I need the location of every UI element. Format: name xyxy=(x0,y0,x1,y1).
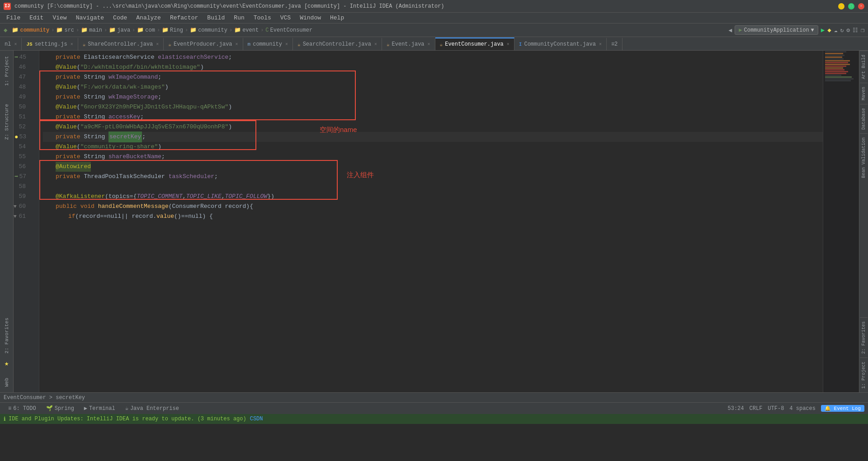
status-crlf[interactable]: CRLF xyxy=(750,405,763,412)
status-breadcrumb[interactable]: EventConsumer > secretKey xyxy=(4,395,85,401)
sidebar-structure-tab[interactable]: Z: Structure xyxy=(2,100,11,143)
rpanel-project[interactable]: 1: Project xyxy=(860,358,868,392)
fullscreen-icon[interactable]: ❐ xyxy=(861,27,864,34)
layout-icon[interactable]: ☷ xyxy=(853,27,858,34)
line-50: 50 xyxy=(14,102,30,112)
close-button[interactable]: × xyxy=(858,3,864,9)
bc-main[interactable]: 📁 main xyxy=(81,27,102,33)
bc-community[interactable]: 📁 community xyxy=(12,27,49,33)
run-config-dropdown-icon: ▼ xyxy=(811,27,814,33)
code-line-47: private String wkImageCommand ; xyxy=(43,72,823,82)
tab-community[interactable]: m community × xyxy=(243,38,293,50)
code-line-46: @Value ( "D:/wkhtmltopdf/bin/wkhtmltoima… xyxy=(43,62,823,72)
fold-icon-60[interactable]: ▼ xyxy=(14,202,17,212)
menu-help[interactable]: Help xyxy=(326,14,349,22)
menu-tools[interactable]: Tools xyxy=(249,14,276,22)
bottom-tab-spring[interactable]: 🌱 Spring xyxy=(42,404,79,413)
tab-share-controller-label: ShareController.java xyxy=(88,41,153,47)
menu-run[interactable]: Run xyxy=(229,14,249,22)
sidebar-favorites-tab[interactable]: 2: Favorites xyxy=(2,314,11,357)
run-button[interactable]: ▶ xyxy=(821,26,825,34)
bottom-tab-terminal[interactable]: ▶ Terminal xyxy=(80,404,120,413)
minimap xyxy=(823,51,859,392)
bottom-tab-todo[interactable]: ≡ 6: TODO xyxy=(4,405,41,413)
line-51: 51 xyxy=(14,112,30,122)
tab-setting-js[interactable]: JS setting.js × xyxy=(22,38,78,50)
tab-search-controller[interactable]: ☕ SearchController.java × xyxy=(293,38,382,50)
tab-more[interactable]: ≡2 xyxy=(607,38,623,50)
menu-file[interactable]: File xyxy=(2,14,25,22)
tab-community-constant[interactable]: I CommunityConstant.java × xyxy=(514,38,607,50)
rpanel-database[interactable]: Database xyxy=(860,104,868,133)
bc-java[interactable]: 📁 java xyxy=(109,27,130,33)
maximize-button[interactable]: □ xyxy=(848,3,854,9)
tab-search-controller-close[interactable]: × xyxy=(374,42,377,47)
status-position[interactable]: 53:24 xyxy=(728,405,744,412)
rpanel-bean-validation[interactable]: Bean Validation xyxy=(860,133,868,182)
line-57: ➡ 57 xyxy=(14,172,30,182)
debug-button[interactable]: ◆ xyxy=(827,26,831,34)
tab-community-close[interactable]: × xyxy=(285,42,288,47)
bottom-tab-java-enterprise[interactable]: ☕ Java Enterprise xyxy=(121,404,184,413)
settings-icon[interactable]: ⚙ xyxy=(846,27,850,34)
build-button[interactable]: ☁ xyxy=(834,27,838,34)
minimize-button[interactable]: − xyxy=(838,3,844,9)
code-content[interactable]: 空间的name 注入组件 private ElasticsearchServic… xyxy=(39,51,823,392)
tab-share-controller-close[interactable]: × xyxy=(156,42,159,47)
tab-event-java[interactable]: ☕ Event.java × xyxy=(382,38,435,50)
rpanel-art-build[interactable]: Art Build xyxy=(860,51,868,83)
bc-src[interactable]: 📁 src xyxy=(56,27,74,33)
line-num-47: 47 xyxy=(14,72,27,82)
menu-build[interactable]: Build xyxy=(203,14,229,22)
bc-com-icon: 📁 xyxy=(137,27,144,33)
tab-event-producer[interactable]: ☕ EventProducer.java × xyxy=(164,38,243,50)
bc-ring[interactable]: 📁 Ring xyxy=(162,27,183,33)
terminal-icon: ▶ xyxy=(84,405,87,412)
line-num-45: 45 xyxy=(19,52,27,62)
bc-com[interactable]: 📁 com xyxy=(137,27,155,33)
menu-analyze[interactable]: Analyze xyxy=(132,14,165,22)
tab-event-producer-close[interactable]: × xyxy=(236,42,238,47)
fold-icon-61[interactable]: ▼ xyxy=(14,212,17,221)
menu-vcs[interactable]: VCS xyxy=(276,14,295,22)
bc-eventconsumer[interactable]: C EventConsumer xyxy=(265,27,312,33)
sidebar-project-tab[interactable]: 1: Project xyxy=(2,52,11,89)
sidebar-web-tab[interactable]: Web xyxy=(2,374,11,390)
code-line-60: public void handleCommentMessage ( Consu… xyxy=(43,202,823,212)
cn-label-inject: 注入组件 xyxy=(347,170,374,180)
code-line-49: private String wkImageStorage ; xyxy=(43,92,823,102)
menu-code[interactable]: Code xyxy=(108,14,132,22)
kw-private-45: private xyxy=(56,52,80,62)
refresh-icon[interactable]: ↻ xyxy=(840,27,844,34)
bc-class-icon: C xyxy=(265,27,269,33)
menu-edit[interactable]: Edit xyxy=(25,14,48,22)
tab-event-java-close[interactable]: × xyxy=(428,42,430,47)
event-log-button[interactable]: 🔔 Event Log xyxy=(821,405,864,412)
menu-navigate[interactable]: Navigate xyxy=(71,14,108,22)
run-config-selector[interactable]: ▶ CommunityApplication ▼ xyxy=(735,25,818,35)
menu-view[interactable]: View xyxy=(48,14,71,22)
bc-community2[interactable]: 📁 community xyxy=(190,27,227,33)
back-icon[interactable]: ◀ xyxy=(729,27,732,34)
rpanel-favorites[interactable]: 2: Favorites xyxy=(860,317,868,358)
line-49: 49 xyxy=(14,92,30,102)
menu-refactor[interactable]: Refactor xyxy=(165,14,203,22)
menu-window[interactable]: Window xyxy=(295,14,326,22)
star-icon[interactable]: ★ xyxy=(5,360,9,368)
tab-event-consumer-close[interactable]: × xyxy=(507,42,509,47)
line-53: ● 53 xyxy=(14,132,30,142)
tab-share-controller[interactable]: ☕ ShareController.java × xyxy=(78,38,164,50)
tab-nl-close[interactable]: × xyxy=(14,42,17,47)
line-61: ▼ 61 xyxy=(14,212,30,221)
csdn-label[interactable]: CSDN xyxy=(250,416,263,422)
tab-event-consumer[interactable]: ☕ EventConsumer.java × xyxy=(435,38,514,50)
tab-nl[interactable]: nl × xyxy=(0,38,22,50)
status-encoding[interactable]: UTF-8 xyxy=(768,405,784,412)
rpanel-maven[interactable]: Maven xyxy=(860,83,868,104)
bc-event[interactable]: 📁 event xyxy=(234,27,259,33)
java-enterprise-icon: ☕ xyxy=(125,405,128,412)
tab-setting-js-close[interactable]: × xyxy=(71,42,73,47)
arrow-icon-45: ➡ xyxy=(14,52,18,62)
tab-community-constant-close[interactable]: × xyxy=(599,42,602,47)
status-indent[interactable]: 4 spaces xyxy=(789,405,816,412)
